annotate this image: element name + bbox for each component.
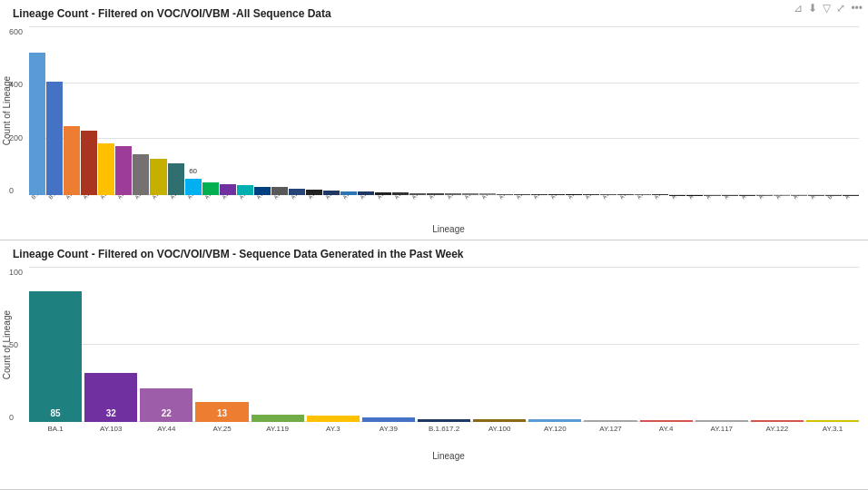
chart2-bar[interactable] [418, 419, 470, 422]
chart2-bar[interactable] [362, 417, 415, 422]
chart2-bar[interactable]: 85 [29, 291, 82, 423]
chart2-x-tick: AY.39 [362, 422, 415, 449]
chart2-x-tick: AY.127 [584, 422, 636, 449]
chart2-bar[interactable] [695, 420, 748, 422]
chart2-x-tick: B.1.617.2 [418, 422, 470, 449]
chart2-x-tick: AY.119 [252, 422, 304, 449]
chart1-bar[interactable] [289, 189, 305, 195]
chart2-x-tick: AY.122 [751, 422, 804, 449]
chart2-bar[interactable] [528, 419, 581, 422]
chart1-toolbar: ⊿ ⬇ ▽ ⤢ ••• [794, 2, 863, 15]
chart2-bar[interactable] [252, 415, 304, 423]
chart1-bar[interactable]: 60 [185, 179, 202, 196]
chart2-x-tick: AY.100 [473, 422, 526, 449]
download-icon[interactable]: ⬇ [808, 2, 817, 15]
chart2-bar[interactable]: 13 [195, 402, 248, 422]
chart1-bar[interactable] [237, 185, 253, 195]
chart1-bar[interactable] [150, 159, 166, 195]
chart1-bar[interactable] [64, 126, 80, 195]
chart2-x-tick: AY.44 [140, 422, 192, 449]
chart2-bar[interactable] [307, 416, 360, 422]
chart1-section: Lineage Count - Filtered on VOC/VOI/VBM … [0, 0, 868, 240]
chart2-bar[interactable]: 32 [84, 373, 137, 422]
chart1-bar[interactable] [271, 187, 288, 195]
chart2-x-tick: AY.25 [195, 422, 248, 449]
chart1-title: Lineage Count - Filtered on VOC/VOI/VBM … [7, 4, 337, 24]
chart2-x-tick: AY.120 [528, 422, 581, 449]
chart2-bar[interactable] [806, 420, 859, 422]
chart1-y-label: Count of Lineage [2, 76, 12, 145]
bar-value-label: 60 [189, 167, 197, 175]
pin-icon[interactable]: ⊿ [794, 2, 803, 15]
bar2-value-label: 32 [84, 408, 137, 418]
chart2-bar[interactable] [640, 420, 693, 422]
chart2-bar[interactable]: 22 [140, 388, 192, 422]
chart2-section: Lineage Count - Filtered on VOC/VOI/VBM … [0, 240, 868, 490]
chart1-bar[interactable] [29, 53, 45, 195]
bar2-value-label: 22 [140, 408, 192, 418]
chart2-x-tick: AY.4 [640, 422, 693, 449]
chart1-x-label: Lineage [0, 222, 868, 236]
chart2-bar[interactable] [584, 420, 636, 422]
expand-icon[interactable]: ⤢ [836, 2, 845, 15]
chart2-x-tick: BA.1 [29, 422, 82, 449]
chart1-bar[interactable] [81, 131, 97, 195]
chart1-bar[interactable] [168, 163, 184, 195]
chart1-bar[interactable] [98, 143, 114, 195]
chart1-bar[interactable] [220, 184, 236, 195]
more-icon[interactable]: ••• [851, 2, 863, 15]
chart2-bar[interactable] [751, 420, 804, 422]
chart2-x-tick: AY.117 [695, 422, 748, 449]
chart1-bar[interactable] [46, 82, 63, 195]
chart1-bar[interactable] [133, 154, 149, 195]
chart2-title: Lineage Count - Filtered on VOC/VOI/VBM … [7, 244, 469, 264]
chart2-x-tick: AY.3.1 [806, 422, 859, 449]
chart1-bar[interactable] [115, 146, 132, 195]
chart1-bar[interactable] [254, 187, 271, 195]
filter-icon[interactable]: ▽ [823, 2, 831, 15]
bar2-value-label: 13 [195, 408, 248, 418]
chart2-bar[interactable] [473, 419, 526, 422]
chart2-y-label: Count of Lineage [2, 310, 12, 379]
bar2-value-label: 85 [29, 408, 82, 418]
chart2-x-label: Lineage [0, 449, 868, 463]
chart2-x-tick: AY.3 [307, 422, 360, 449]
chart1-bar[interactable] [202, 182, 219, 195]
chart2-x-tick: AY.103 [84, 422, 137, 449]
